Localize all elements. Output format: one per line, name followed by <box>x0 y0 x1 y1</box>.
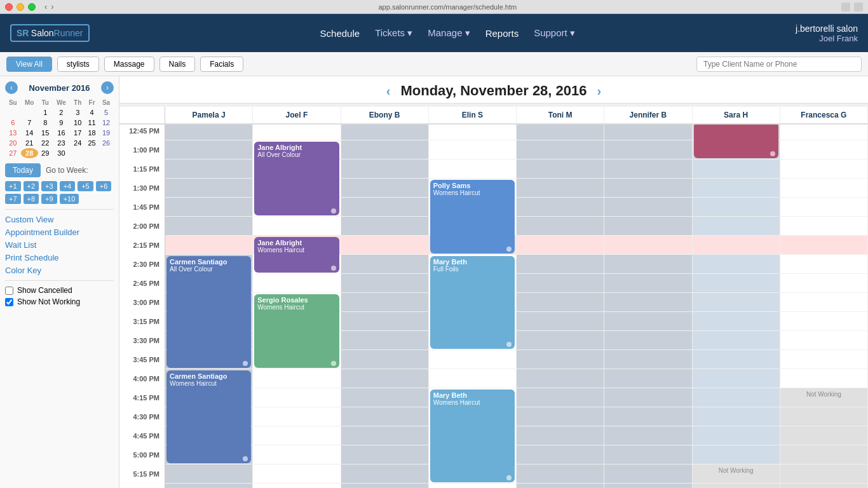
grid-cell-2-5[interactable] <box>253 217 341 236</box>
grid-cell-6-16[interactable] <box>604 426 692 445</box>
grid-cell-8-15[interactable] <box>780 407 868 426</box>
grid-cell-5-10[interactable] <box>517 312 604 331</box>
grid-cell-1-13[interactable]: Carmen SantiagoWomens Haircut <box>165 369 253 388</box>
grid-cell-6-17[interactable] <box>604 445 692 464</box>
grid-cell-8-10[interactable] <box>780 312 868 331</box>
grid-cell-8-4[interactable] <box>780 198 868 217</box>
grid-cell-5-2[interactable] <box>517 159 604 179</box>
grid-cell-3-8[interactable] <box>341 274 429 293</box>
grid-cell-6-4[interactable] <box>604 198 692 217</box>
grid-cell-3-7[interactable] <box>341 255 429 274</box>
grid-cell-6-15[interactable] <box>604 407 692 426</box>
grid-cell-7-19[interactable] <box>693 484 780 488</box>
grid-cell-3-14[interactable] <box>341 388 429 407</box>
grid-cell-5-18[interactable] <box>517 464 604 484</box>
sidebar-color-key[interactable]: Color Key <box>5 266 114 275</box>
grid-cell-7-15[interactable] <box>693 407 780 426</box>
cal-day-3[interactable]: 3 <box>70 107 85 118</box>
grid-cell-8-3[interactable] <box>780 179 868 198</box>
grid-cell-3-11[interactable] <box>341 331 429 350</box>
grid-cell-5-17[interactable] <box>517 445 604 464</box>
grid-cell-7-18[interactable]: Not Working <box>693 464 780 484</box>
week-plus10[interactable]: +10 <box>60 194 79 204</box>
grid-cell-7-12[interactable] <box>693 350 780 369</box>
grid-cell-5-13[interactable] <box>517 369 604 388</box>
grid-cell-1-4[interactable] <box>165 198 253 217</box>
appointment-polly1[interactable]: Polly SamsWomens Haircut <box>430 180 515 254</box>
week-plus8[interactable]: +8 <box>24 194 39 204</box>
grid-cell-6-14[interactable] <box>604 388 692 407</box>
week-plus2[interactable]: +2 <box>24 181 39 191</box>
grid-cell-5-7[interactable] <box>517 255 604 274</box>
cal-day-24[interactable]: 24 <box>70 138 85 148</box>
grid-cell-4-2[interactable] <box>429 159 517 179</box>
prev-day-btn[interactable]: ‹ <box>386 84 391 98</box>
grid-cell-7-9[interactable] <box>693 293 780 312</box>
grid-cell-1-18[interactable] <box>165 464 253 484</box>
week-plus9[interactable]: +9 <box>41 194 57 204</box>
cal-day-5[interactable]: 5 <box>98 107 114 118</box>
grid-cell-7-3[interactable] <box>693 179 780 198</box>
grid-cell-6-1[interactable] <box>604 140 692 159</box>
cal-day-20[interactable]: 20 <box>5 138 21 148</box>
week-plus1[interactable]: +1 <box>5 181 21 191</box>
appointment-marybeth2[interactable]: Mary BethWomens Haircut <box>430 390 515 482</box>
grid-cell-8-12[interactable] <box>780 350 868 369</box>
grid-cell-6-13[interactable] <box>604 369 692 388</box>
cal-day-13[interactable]: 13 <box>5 128 21 138</box>
grid-cell-6-11[interactable] <box>604 331 692 350</box>
grid-cell-5-3[interactable] <box>517 179 604 198</box>
show-not-working-checkbox[interactable] <box>5 298 13 306</box>
appointment-marybeth1[interactable]: Mary BethFull Foils <box>430 256 515 349</box>
grid-cell-3-1[interactable] <box>341 140 429 159</box>
grid-cell-6-9[interactable] <box>604 293 692 312</box>
sidebar-appointment-builder[interactable]: Appointment Builder <box>5 227 114 237</box>
cal-day-29[interactable]: 29 <box>38 148 53 158</box>
grid-cell-3-17[interactable] <box>341 445 429 464</box>
week-plus3[interactable]: +3 <box>41 181 57 191</box>
next-day-btn[interactable]: › <box>597 84 602 98</box>
cal-day-27[interactable]: 27 <box>5 148 21 158</box>
appointment-carmen2[interactable]: Carmen SantiagoWomens Haircut <box>166 370 251 463</box>
filter-massage[interactable]: Massage <box>104 57 154 72</box>
grid-cell-5-8[interactable] <box>517 274 604 293</box>
cal-day-10[interactable]: 10 <box>70 118 85 128</box>
grid-cell-1-7[interactable]: Carmen SantiagoAll Over Colour <box>165 255 253 274</box>
grid-cell-8-17[interactable] <box>780 445 868 464</box>
grid-cell-8-18[interactable] <box>780 464 868 484</box>
grid-cell-5-1[interactable] <box>517 140 604 159</box>
appointment-sergio1[interactable]: Sergio RosalesWomens Haircut <box>254 294 339 368</box>
grid-cell-1-19[interactable] <box>165 484 253 488</box>
grid-cell-7-10[interactable] <box>693 312 780 331</box>
cal-day-30[interactable]: 30 <box>53 148 71 158</box>
grid-cell-4-1[interactable] <box>429 140 517 159</box>
grid-cell-2-6[interactable]: Jane AlbrightWomens Haircut <box>253 236 341 255</box>
cal-day-19[interactable]: 19 <box>98 128 114 138</box>
grid-cell-3-6[interactable] <box>341 236 429 255</box>
today-button[interactable]: Today <box>5 163 41 177</box>
grid-cell-7-11[interactable] <box>693 331 780 350</box>
grid-cell-3-5[interactable] <box>341 217 429 236</box>
grid-cell-4-3[interactable]: Polly SamsWomens Haircut <box>429 179 517 198</box>
grid-cell-2-13[interactable] <box>253 369 341 388</box>
appointment-carmen1[interactable]: Carmen SantiagoAll Over Colour <box>166 256 251 368</box>
grid-cell-1-3[interactable] <box>165 179 253 198</box>
grid-cell-8-9[interactable] <box>780 293 868 312</box>
grid-cell-7-6[interactable] <box>693 236 780 255</box>
grid-cell-3-3[interactable] <box>341 179 429 198</box>
grid-cell-7-7[interactable] <box>693 255 780 274</box>
grid-cell-2-8[interactable] <box>253 274 341 293</box>
grid-cell-5-9[interactable] <box>517 293 604 312</box>
cal-day-11[interactable]: 11 <box>85 118 98 128</box>
cal-day-25[interactable]: 25 <box>85 138 98 148</box>
grid-cell-6-2[interactable] <box>604 159 692 179</box>
grid-cell-8-11[interactable] <box>780 331 868 350</box>
cal-day-8[interactable]: 8 <box>38 118 53 128</box>
grid-cell-5-12[interactable] <box>517 350 604 369</box>
grid-cell-7-4[interactable] <box>693 198 780 217</box>
grid-cell-4-13[interactable] <box>429 369 517 388</box>
grid-cell-8-1[interactable] <box>780 140 868 159</box>
grid-cell-7-8[interactable] <box>693 274 780 293</box>
grid-cell-8-5[interactable] <box>780 217 868 236</box>
filter-stylists[interactable]: stylists <box>57 57 99 72</box>
